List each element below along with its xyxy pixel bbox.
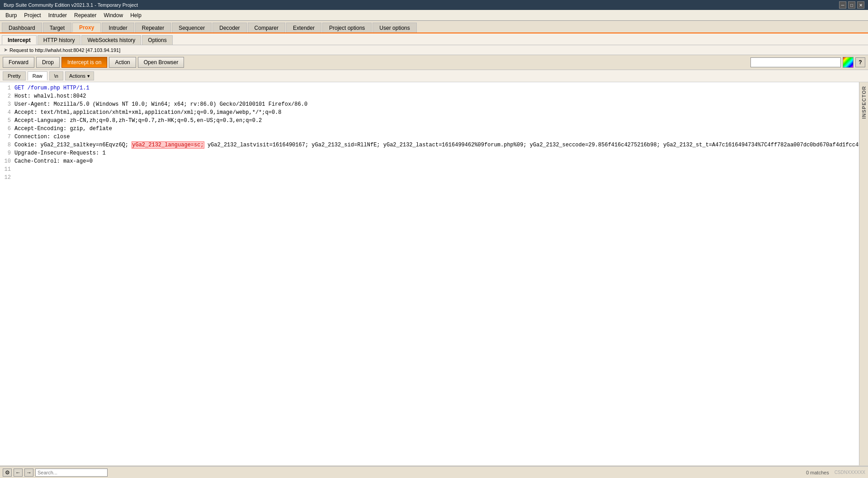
sub-tabs: Intercept HTTP history WebSockets histor… [0, 33, 868, 45]
code-editor[interactable]: 1 GET /forum.php HTTP/1.1 2 Host: whalvl… [0, 82, 859, 465]
table-row: 6 Accept-Encoding: gzip, deflate [2, 125, 857, 133]
forward-nav-button[interactable]: → [24, 469, 33, 477]
tab-sequencer[interactable]: Sequencer [172, 23, 212, 33]
table-row: 2 Host: whalvl.host:8042 [2, 92, 857, 100]
window-title: Burp Suite Community Edition v2021.3.1 -… [4, 2, 138, 8]
request-info: ➤ Request to http://whalvl.host:8042 [47… [0, 45, 868, 55]
back-button[interactable]: ← [14, 469, 23, 477]
table-row: 12 [2, 173, 857, 182]
settings-button[interactable]: ⚙ [3, 469, 12, 477]
inspector-label: INSPECTOR [861, 82, 867, 122]
tab-comparer[interactable]: Comparer [248, 23, 285, 33]
menu-window[interactable]: Window [100, 11, 127, 19]
subtab-websockets-history[interactable]: WebSockets history [81, 35, 141, 45]
help-button[interactable]: ? [855, 57, 865, 67]
table-row: 11 [2, 165, 857, 173]
menu-repeater[interactable]: Repeater [71, 11, 100, 19]
editor-tab-pretty[interactable]: Pretty [3, 71, 26, 80]
close-button[interactable]: ✕ [857, 1, 864, 9]
editor-tab-hex[interactable]: \n [49, 71, 63, 80]
search-input[interactable] [750, 57, 841, 67]
tab-project-options[interactable]: Project options [322, 23, 372, 33]
menu-burp[interactable]: Burp [2, 11, 20, 19]
forward-button[interactable]: Forward [3, 57, 34, 68]
menu-project[interactable]: Project [20, 11, 44, 19]
minimize-button[interactable]: ─ [839, 1, 846, 9]
subtab-intercept[interactable]: Intercept [2, 35, 37, 45]
table-row: 7 Connection: close [2, 133, 857, 141]
watermark: CSDNXXXXXX [835, 470, 865, 475]
tab-extender[interactable]: Extender [286, 23, 321, 33]
editor-tab-raw[interactable]: Raw [28, 71, 47, 80]
table-row: 9 Upgrade-Insecure-Requests: 1 [2, 149, 857, 157]
window-controls: ─ □ ✕ [839, 1, 864, 9]
matches-badge: 0 matches [806, 470, 829, 475]
tab-intruder[interactable]: Intruder [102, 23, 134, 33]
tab-dashboard[interactable]: Dashboard [2, 23, 42, 33]
table-row: 10 Cache-Control: max-age=0 [2, 157, 857, 165]
content-area: 1 GET /forum.php HTTP/1.1 2 Host: whalvl… [0, 82, 868, 465]
editor-toolbar: Pretty Raw \n Actions ▾ [0, 70, 868, 82]
rainbow-button[interactable] [843, 57, 854, 68]
request-arrow-icon: ➤ [4, 47, 8, 53]
tab-repeater[interactable]: Repeater [135, 23, 171, 33]
highlighted-cookie: yGa2_2132_language=sc; [132, 141, 204, 149]
menu-bar: Burp Project Intruder Repeater Window He… [0, 10, 868, 21]
action-button[interactable]: Action [109, 57, 136, 68]
toolbar: Forward Drop Intercept is on Action Open… [0, 55, 868, 70]
tab-user-options[interactable]: User options [373, 23, 416, 33]
tab-proxy[interactable]: Proxy [72, 23, 101, 33]
drop-button[interactable]: Drop [36, 57, 60, 68]
title-bar: Burp Suite Community Edition v2021.3.1 -… [0, 0, 868, 10]
tab-target[interactable]: Target [43, 23, 71, 33]
maximize-button[interactable]: □ [848, 1, 855, 9]
subtab-http-history[interactable]: HTTP history [38, 35, 81, 45]
bottom-bar: ⚙ ← → 0 matches CSDNXXXXXX [0, 466, 868, 478]
table-row: 8 Cookie: yGa2_2132_saltkey=n6Eqvz6Q; yG… [2, 141, 857, 149]
table-row: 4 Accept: text/html,application/xhtml+xm… [2, 108, 857, 117]
request-url: Request to http://whalvl.host:8042 [47.1… [9, 47, 120, 53]
menu-help[interactable]: Help [127, 11, 145, 19]
table-row: 3 User-Agent: Mozilla/5.0 (Windows NT 10… [2, 100, 857, 108]
subtab-options[interactable]: Options [142, 35, 172, 45]
table-row: 1 GET /forum.php HTTP/1.1 [2, 84, 857, 92]
nav-tabs: Dashboard Target Proxy Intruder Repeater… [0, 21, 868, 33]
bottom-search-input[interactable] [35, 469, 108, 477]
intercept-button[interactable]: Intercept is on [61, 57, 107, 68]
tab-decoder[interactable]: Decoder [212, 23, 246, 33]
inspector-panel: INSPECTOR [859, 82, 868, 465]
menu-intruder[interactable]: Intruder [45, 11, 71, 19]
actions-dropdown[interactable]: Actions ▾ [65, 71, 94, 80]
table-row: 5 Accept-Language: zh-CN,zh;q=0.8,zh-TW;… [2, 117, 857, 125]
open-browser-button[interactable]: Open Browser [138, 57, 184, 68]
